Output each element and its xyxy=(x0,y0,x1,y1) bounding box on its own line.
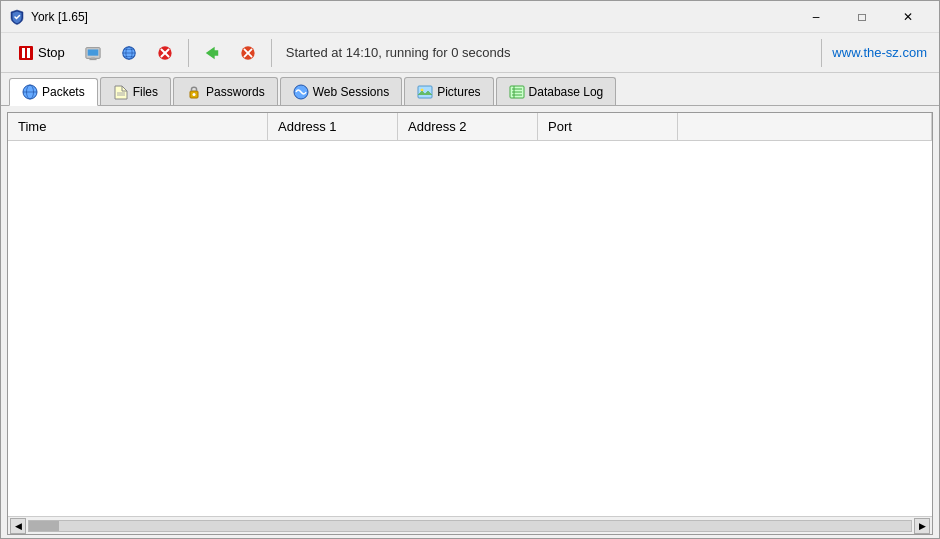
stop-label: Stop xyxy=(38,45,65,60)
app-icon xyxy=(9,9,25,25)
pictures-icon xyxy=(417,84,433,100)
tab-web-sessions-label: Web Sessions xyxy=(313,85,389,99)
packets-icon xyxy=(22,84,38,100)
globe-icon xyxy=(121,45,137,61)
stop-button[interactable]: Stop xyxy=(9,41,74,65)
window-controls: – □ ✕ xyxy=(793,1,931,33)
tab-database-log-label: Database Log xyxy=(529,85,604,99)
maximize-button[interactable]: □ xyxy=(839,1,885,33)
status-text: Started at 14:10, running for 0 seconds xyxy=(286,45,511,60)
tab-passwords-label: Passwords xyxy=(206,85,265,99)
col-header-port: Port xyxy=(538,113,678,140)
col-header-address1: Address 1 xyxy=(268,113,398,140)
tool-btn-1[interactable] xyxy=(76,41,110,65)
files-icon xyxy=(113,84,129,100)
svg-rect-2 xyxy=(27,48,30,58)
stop-icon xyxy=(18,45,34,61)
network-icon xyxy=(85,45,101,61)
tool-btn-5[interactable] xyxy=(231,41,265,65)
tool-btn-3[interactable] xyxy=(148,41,182,65)
col-header-address2: Address 2 xyxy=(398,113,538,140)
toolbar-separator-1 xyxy=(188,39,189,67)
passwords-icon xyxy=(186,84,202,100)
svg-point-25 xyxy=(193,93,196,96)
scroll-left-btn[interactable]: ◀ xyxy=(10,518,26,534)
scrollbar-thumb[interactable] xyxy=(29,521,59,531)
main-content: Time Address 1 Address 2 Port ◀ ▶ xyxy=(1,106,939,539)
title-bar: York [1.65] – □ ✕ xyxy=(1,1,939,33)
tab-passwords[interactable]: Passwords xyxy=(173,77,278,105)
scroll-right-btn[interactable]: ▶ xyxy=(914,518,930,534)
tab-packets-label: Packets xyxy=(42,85,85,99)
tab-database-log[interactable]: Database Log xyxy=(496,77,617,105)
svg-rect-1 xyxy=(22,48,25,58)
tab-files[interactable]: Files xyxy=(100,77,171,105)
table-body xyxy=(8,141,932,516)
database-log-icon xyxy=(509,84,525,100)
app-title: York [1.65] xyxy=(31,10,793,24)
tab-pictures-label: Pictures xyxy=(437,85,480,99)
cancel-icon xyxy=(240,45,256,61)
svg-rect-6 xyxy=(89,59,96,60)
col-header-extra xyxy=(678,113,932,140)
table-header: Time Address 1 Address 2 Port xyxy=(8,113,932,141)
tab-pictures[interactable]: Pictures xyxy=(404,77,493,105)
web-sessions-icon xyxy=(293,84,309,100)
svg-rect-4 xyxy=(87,49,98,55)
tool-btn-2[interactable] xyxy=(112,41,146,65)
toolbar: Stop xyxy=(1,33,939,73)
scrollbar-track[interactable] xyxy=(28,520,912,532)
arrow-icon xyxy=(204,45,220,61)
tool-btn-4[interactable] xyxy=(195,41,229,65)
tab-web-sessions[interactable]: Web Sessions xyxy=(280,77,402,105)
tab-files-label: Files xyxy=(133,85,158,99)
minimize-button[interactable]: – xyxy=(793,1,839,33)
toolbar-link-separator xyxy=(821,39,822,67)
toolbar-separator-2 xyxy=(271,39,272,67)
delete-icon xyxy=(157,45,173,61)
close-button[interactable]: ✕ xyxy=(885,1,931,33)
svg-rect-0 xyxy=(19,46,33,60)
horizontal-scrollbar[interactable]: ◀ ▶ xyxy=(8,516,932,534)
website-link[interactable]: www.the-sz.com xyxy=(832,45,927,60)
tab-bar: Packets Files Passwords Web Sessions xyxy=(1,73,939,106)
svg-marker-15 xyxy=(206,46,218,58)
svg-rect-5 xyxy=(91,57,95,59)
col-header-time: Time xyxy=(8,113,268,140)
packets-table: Time Address 1 Address 2 Port ◀ ▶ xyxy=(7,112,933,535)
tab-packets[interactable]: Packets xyxy=(9,78,98,106)
svg-rect-27 xyxy=(418,86,432,98)
